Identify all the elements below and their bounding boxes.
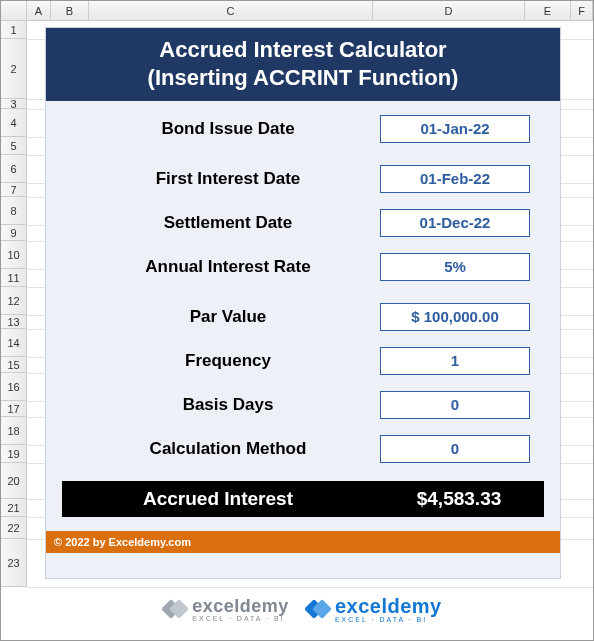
result-label: Accrued Interest <box>62 488 374 510</box>
row-8[interactable]: 8 <box>1 197 26 225</box>
row-7[interactable]: 7 <box>1 183 26 197</box>
logo-blue-sub: EXCEL · DATA · BI <box>335 616 442 623</box>
row-headers: 1234567891011121314151617181920212223 <box>1 21 27 587</box>
label-settlement-date: Settlement Date <box>76 213 380 233</box>
value-issue-date[interactable]: 01-Jan-22 <box>380 115 530 143</box>
col-corner[interactable] <box>1 1 27 20</box>
value-method[interactable]: 0 <box>380 435 530 463</box>
panel-title: Accrued Interest Calculator (Inserting A… <box>46 28 560 101</box>
row-19[interactable]: 19 <box>1 445 26 463</box>
col-B[interactable]: B <box>51 1 89 20</box>
worksheet-area: Accrued Interest Calculator (Inserting A… <box>27 21 593 640</box>
label-rate: Annual Interest Rate <box>76 257 380 277</box>
row-3[interactable]: 3 <box>1 99 26 109</box>
calculator-panel: Accrued Interest Calculator (Inserting A… <box>45 27 561 579</box>
row-15[interactable]: 15 <box>1 357 26 373</box>
col-C[interactable]: C <box>89 1 373 20</box>
copyright-bar: © 2022 by Exceldemy.com <box>46 531 560 553</box>
title-line2: (Inserting ACCRINT Function) <box>148 65 459 90</box>
value-rate[interactable]: 5% <box>380 253 530 281</box>
col-F[interactable]: F <box>571 1 593 20</box>
row-issue-date: Bond Issue Date 01-Jan-22 <box>46 107 560 151</box>
row-14[interactable]: 14 <box>1 329 26 357</box>
row-18[interactable]: 18 <box>1 417 26 445</box>
cube-icon <box>307 598 329 620</box>
value-basis[interactable]: 0 <box>380 391 530 419</box>
value-first-date[interactable]: 01-Feb-22 <box>380 165 530 193</box>
row-12[interactable]: 12 <box>1 287 26 315</box>
col-E[interactable]: E <box>525 1 571 20</box>
label-issue-date: Bond Issue Date <box>76 119 380 139</box>
logo-grey-sub: EXCEL · DATA · BI <box>192 615 289 622</box>
row-basis: Basis Days 0 <box>46 383 560 427</box>
logo-grey-text: exceldemy <box>192 596 289 616</box>
row-2[interactable]: 2 <box>1 39 26 99</box>
logo-grey: exceldemy EXCEL · DATA · BI <box>164 596 289 622</box>
logo-blue-text: exceldemy <box>335 595 442 617</box>
row-22[interactable]: 22 <box>1 517 26 539</box>
logo-row: exceldemy EXCEL · DATA · BI exceldemy EX… <box>45 587 561 631</box>
label-par: Par Value <box>76 307 380 327</box>
row-first-date: First Interest Date 01-Feb-22 <box>46 157 560 201</box>
value-settlement-date[interactable]: 01-Dec-22 <box>380 209 530 237</box>
row-17[interactable]: 17 <box>1 401 26 417</box>
label-first-date: First Interest Date <box>76 169 380 189</box>
label-basis: Basis Days <box>76 395 380 415</box>
row-settlement-date: Settlement Date 01-Dec-22 <box>46 201 560 245</box>
title-line1: Accrued Interest Calculator <box>159 37 446 62</box>
result-bar: Accrued Interest $4,583.33 <box>62 481 544 517</box>
row-5[interactable]: 5 <box>1 137 26 155</box>
result-value: $4,583.33 <box>374 488 544 510</box>
column-headers: ABCDEF <box>1 1 593 21</box>
row-method: Calculation Method 0 <box>46 427 560 471</box>
row-23[interactable]: 23 <box>1 539 26 587</box>
col-D[interactable]: D <box>373 1 525 20</box>
value-frequency[interactable]: 1 <box>380 347 530 375</box>
row-4[interactable]: 4 <box>1 109 26 137</box>
row-par: Par Value $ 100,000.00 <box>46 295 560 339</box>
row-20[interactable]: 20 <box>1 463 26 499</box>
row-21[interactable]: 21 <box>1 499 26 517</box>
cube-icon <box>164 598 186 620</box>
value-par[interactable]: $ 100,000.00 <box>380 303 530 331</box>
row-13[interactable]: 13 <box>1 315 26 329</box>
row-rate: Annual Interest Rate 5% <box>46 245 560 289</box>
row-1[interactable]: 1 <box>1 21 26 39</box>
row-10[interactable]: 10 <box>1 241 26 269</box>
label-method: Calculation Method <box>76 439 380 459</box>
row-11[interactable]: 11 <box>1 269 26 287</box>
label-frequency: Frequency <box>76 351 380 371</box>
col-A[interactable]: A <box>27 1 51 20</box>
logo-blue: exceldemy EXCEL · DATA · BI <box>307 595 442 623</box>
row-9[interactable]: 9 <box>1 225 26 241</box>
row-frequency: Frequency 1 <box>46 339 560 383</box>
row-6[interactable]: 6 <box>1 155 26 183</box>
row-16[interactable]: 16 <box>1 373 26 401</box>
